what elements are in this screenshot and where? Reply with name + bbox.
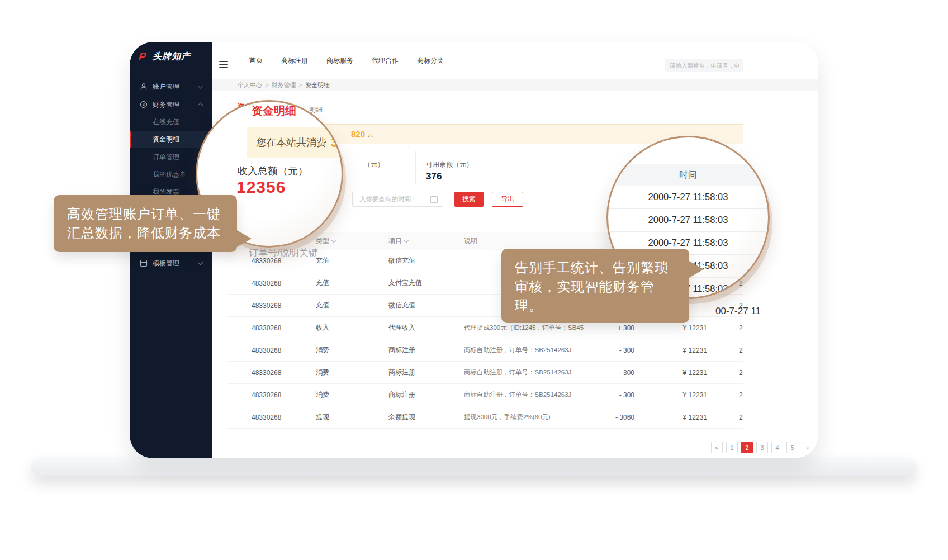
magnified-order-header-fragment: 订单号/说明关键 (249, 246, 318, 259)
cell-balance: ¥ 12231 (634, 391, 707, 399)
cell-order: 48330268 (228, 347, 292, 354)
cell-project: 商标注册 (365, 390, 440, 400)
top-navigation: 首页 商标注册 商标服务 代理合作 商标分类 (249, 42, 444, 79)
export-button[interactable]: 导出 (492, 192, 523, 207)
cell-project: 商标注册 (365, 345, 440, 355)
magnified-income-value: 12356 (236, 178, 286, 197)
prev-page-button[interactable]: < (711, 442, 723, 453)
stat-divider (415, 151, 416, 184)
cell-type: 充值 (292, 278, 365, 288)
cell-order: 48330268 (228, 391, 292, 399)
table-row: 48330268 提现 余额提现 提现3000元，手续费2%(60元) - 30… (228, 406, 743, 429)
topbar: 首页 商标注册 商标服务 代理合作 商标分类 (212, 42, 818, 79)
magnified-time-header: 时间 (608, 164, 768, 186)
cell-balance: ¥ 12231 (634, 347, 707, 354)
breadcrumb-bar: 个人中心>财务管理>资金明细 (212, 79, 818, 91)
page-button-2-active[interactable]: 2 (741, 442, 753, 453)
chevron-up-icon (198, 103, 203, 108)
cell-balance: ¥ 12231 (634, 324, 707, 332)
sidebar-item-label: 在线充值 (153, 117, 179, 127)
sidebar-item-account[interactable]: 账户管理 (130, 79, 212, 94)
date-query-input[interactable]: 入你要查询的时间 (352, 192, 443, 207)
cell-type: 消费 (292, 390, 365, 400)
available-balance-value: 376 (426, 171, 442, 182)
user-icon (140, 83, 148, 91)
page: P 头牌知产 ······· 账户管理 ¥ 财务管理 在线充值 (0, 0, 948, 560)
cell-desc: 商标自助注册，订单号：SB2514263J (440, 346, 584, 354)
calendar-icon[interactable] (430, 196, 438, 203)
cell-type: 消费 (292, 345, 365, 355)
nav-item-trademark-category[interactable]: 商标分类 (417, 56, 444, 65)
logo[interactable]: P 头牌知产 (139, 51, 191, 62)
nav-item-home[interactable]: 首页 (249, 56, 263, 65)
header-project[interactable]: 项目 (365, 236, 440, 246)
cell-type: 消费 (292, 368, 365, 377)
sidebar-item-label: 我的优惠券 (153, 170, 186, 179)
logo-icon: P (138, 51, 151, 62)
breadcrumb-part[interactable]: 财务管理 (271, 82, 296, 88)
sidebar-item-label: 账户管理 (153, 82, 179, 92)
cell-order: 48330268 (228, 302, 292, 310)
sidebar-item-fund-detail[interactable]: 资金明细 (130, 131, 212, 148)
chevron-down-icon (198, 83, 203, 89)
cell-amount: - 300 (584, 391, 634, 399)
magnified-consumption-banner: 您在本站共消费 32124 元 (247, 127, 342, 158)
cell-order: 48330268 (228, 324, 292, 332)
cell-balance: ¥ 12231 (634, 369, 707, 377)
hamburger-icon[interactable] (219, 61, 228, 68)
page-button-4[interactable]: 4 (771, 442, 783, 453)
sidebar-item-online-recharge[interactable]: 在线充值 (130, 114, 212, 130)
breadcrumb-separator: > (265, 82, 268, 88)
logo-text: 头牌知产 (153, 51, 191, 62)
cell-amount: - 300 (584, 369, 634, 377)
page-button-1[interactable]: 1 (726, 442, 738, 453)
magnified-income-label: 收入总额（元） (238, 164, 308, 178)
cell-time: 2000-7-27 11:58:03 (707, 369, 743, 377)
cell-time: 2000-7-27 11:58:03 (707, 414, 743, 421)
svg-text:¥: ¥ (143, 102, 145, 107)
nav-item-trademark-register[interactable]: 商标注册 (281, 56, 308, 65)
cell-time: 2000-7-27 11:58:03 (707, 324, 743, 332)
sort-chevron-icon (404, 238, 409, 242)
page-button-3[interactable]: 3 (756, 442, 768, 453)
date-placeholder: 入你要查询的时间 (359, 195, 430, 203)
nav-item-agent-coop[interactable]: 代理合作 (372, 56, 399, 65)
template-icon (140, 259, 148, 267)
cell-order: 48330268 (228, 279, 292, 287)
sidebar-item-label: 财务管理 (153, 100, 179, 110)
next-page-button[interactable]: > (802, 442, 813, 453)
cell-project: 微信充值 (365, 301, 440, 310)
breadcrumb-separator: > (298, 82, 302, 88)
table-row: 48330268 消费 商标注册 商标自助注册，订单号：SB2514263J -… (228, 384, 743, 406)
pagination: < 1 2 3 4 5 > (711, 442, 813, 453)
logo-dots: ······· (145, 62, 169, 66)
cell-amount: - 300 (584, 347, 634, 354)
cell-desc: 商标自助注册，订单号：SB2514263J (440, 368, 584, 377)
banner-amount-fragment: 820元 (351, 129, 373, 140)
search-button[interactable]: 搜索 (454, 192, 484, 207)
nav-item-trademark-service[interactable]: 商标服务 (326, 56, 353, 65)
cell-balance: ¥ 12231 (634, 414, 707, 421)
cell-project: 支付宝充值 (365, 278, 440, 288)
table-row: 48330268 消费 商标注册 商标自助注册，订单号：SB2514263J -… (228, 339, 743, 362)
sidebar-item-template[interactable]: 模板管理 (130, 255, 212, 271)
sidebar-item-finance[interactable]: ¥ 财务管理 (130, 97, 212, 112)
cell-order: 48330268 (228, 414, 292, 421)
breadcrumb: 个人中心>财务管理>资金明细 (238, 81, 330, 89)
search-input[interactable] (665, 59, 743, 72)
magnified-time-fragment: 00-7-27 11 (715, 306, 761, 317)
finance-icon: ¥ (140, 101, 148, 108)
page-button-5[interactable]: 5 (786, 442, 798, 453)
breadcrumb-part[interactable]: 个人中心 (238, 82, 262, 88)
cell-project: 余额提现 (365, 412, 440, 422)
header-desc: 说明 (440, 236, 584, 246)
sort-chevron-icon (331, 238, 336, 242)
cell-amount: + 300 (584, 324, 634, 332)
cell-project: 代理收入 (365, 323, 440, 333)
callout-left-text: 高效管理账户订单、一键汇总数据，降低财务成本 (54, 195, 237, 252)
callout-right: 告别手工统计、告别繁琐审核，实现智能财务管理。 (501, 249, 689, 323)
cell-type: 提现 (292, 412, 365, 422)
callout-right-text: 告别手工统计、告别繁琐审核，实现智能财务管理。 (501, 249, 689, 325)
cell-time: 2000-7-27 11:58:03 (707, 347, 743, 354)
cell-project: 商标注册 (365, 368, 440, 377)
